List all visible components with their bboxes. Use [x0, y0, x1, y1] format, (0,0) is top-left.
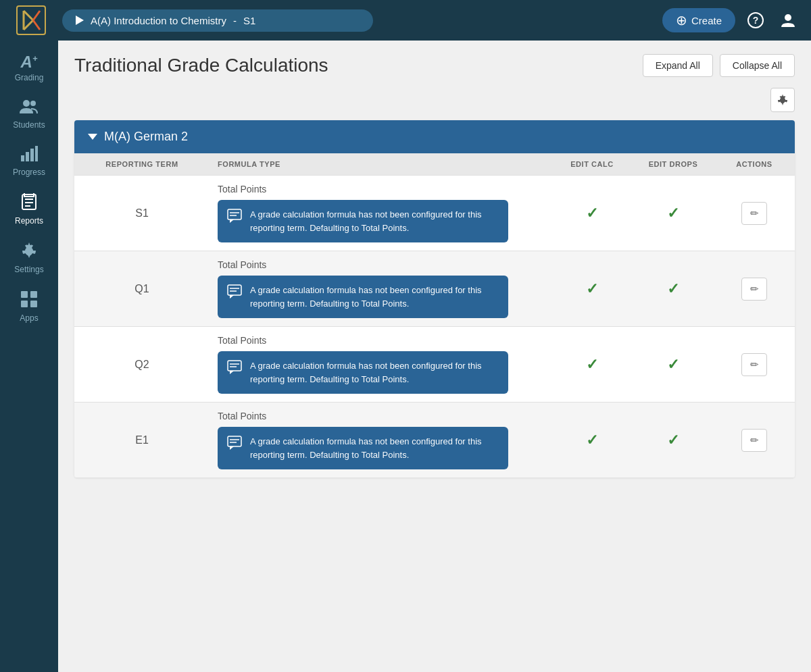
formula-cell: Total Points A grade calculation formula… [210, 251, 551, 327]
pencil-icon: ✏ [750, 359, 759, 371]
settings-label: Settings [14, 265, 43, 274]
section-card: M(A) German 2 Reporting Term Formula Typ… [74, 120, 795, 477]
grading-label: Grading [15, 73, 44, 82]
section-header[interactable]: M(A) German 2 [74, 120, 795, 153]
comment-icon [227, 284, 242, 303]
user-button[interactable] [776, 8, 800, 32]
create-button[interactable]: ⊕ Create [662, 8, 735, 32]
course-pill[interactable]: A(A) Introduction to Chemistry - S1 [62, 9, 373, 32]
svg-rect-27 [228, 285, 241, 295]
logo [16, 5, 46, 35]
header-actions: Expand All Collapse All [643, 54, 795, 77]
edit-button[interactable]: ✏ [741, 429, 767, 452]
reports-icon [21, 193, 37, 213]
grade-table: Reporting Term Formula Type Edit Calc Ed… [74, 153, 795, 477]
progress-label: Progress [13, 167, 45, 177]
edit-calc-cell: ✓ [551, 403, 633, 478]
comment-icon [227, 360, 242, 378]
table-row: S1 Total Points A grade calculation form… [74, 176, 795, 251]
course-name: A(A) Introduction to Chemistry [91, 15, 226, 26]
top-nav: A(A) Introduction to Chemistry - S1 ⊕ Cr… [0, 0, 811, 41]
course-term: S1 [243, 15, 255, 26]
svg-rect-10 [21, 155, 24, 161]
term-cell: Q1 [74, 251, 210, 327]
formula-cell: Total Points A grade calculation formula… [210, 176, 551, 251]
sidebar-item-reports[interactable]: Reports [0, 185, 58, 234]
col-formula-type: Formula Type [210, 153, 551, 176]
sidebar-item-settings[interactable]: Settings [0, 234, 58, 282]
main-layout: A+ Grading Students [0, 41, 811, 672]
svg-point-9 [30, 101, 36, 106]
sidebar-item-grading[interactable]: A+ Grading [0, 46, 58, 91]
collapse-all-button[interactable]: Collapse All [720, 54, 795, 77]
info-message: A grade calculation formula has not been… [250, 208, 499, 234]
pencil-icon: ✏ [750, 283, 759, 295]
edit-calc-cell: ✓ [551, 251, 633, 327]
sidebar-item-progress[interactable]: Progress [0, 138, 58, 185]
students-label: Students [13, 120, 45, 130]
col-actions: Actions [714, 153, 795, 176]
sidebar-item-apps[interactable]: Apps [0, 282, 58, 331]
grading-icon: A+ [21, 54, 38, 70]
pencil-icon: ✏ [750, 207, 759, 219]
info-box: A grade calculation formula has not been… [218, 276, 508, 318]
edit-button[interactable]: ✏ [741, 353, 767, 376]
term-cell: Q2 [74, 327, 210, 403]
svg-line-1 [24, 11, 33, 20]
sidebar: A+ Grading Students [0, 41, 58, 672]
edit-drops-cell: ✓ [633, 251, 714, 327]
formula-type-label: Total Points [218, 335, 543, 346]
table-row: Q1 Total Points A grade calculation form… [74, 251, 795, 327]
svg-point-8 [23, 100, 30, 107]
svg-rect-20 [30, 291, 37, 298]
create-label: Create [691, 15, 722, 26]
svg-rect-13 [35, 146, 38, 161]
svg-point-7 [785, 14, 791, 21]
edit-drops-cell: ✓ [633, 403, 714, 478]
edit-calc-check: ✓ [586, 205, 598, 222]
gear-button[interactable] [770, 88, 795, 112]
edit-calc-cell: ✓ [551, 327, 633, 403]
actions-cell: ✏ [714, 403, 795, 478]
svg-rect-19 [21, 291, 28, 298]
formula-type-label: Total Points [218, 184, 543, 195]
progress-icon [20, 146, 38, 165]
help-button[interactable]: ? [743, 8, 768, 32]
edit-drops-check: ✓ [667, 205, 679, 222]
edit-drops-cell: ✓ [633, 176, 714, 251]
comment-icon [227, 209, 242, 227]
formula-cell: Total Points A grade calculation formula… [210, 403, 551, 478]
svg-rect-22 [30, 301, 37, 307]
col-reporting-term: Reporting Term [74, 153, 210, 176]
apps-label: Apps [20, 313, 38, 323]
info-box: A grade calculation formula has not been… [218, 200, 508, 242]
table-row: Q2 Total Points A grade calculation form… [74, 327, 795, 403]
svg-rect-30 [228, 361, 241, 371]
comment-icon [227, 436, 242, 454]
content-area: Traditional Grade Calculations Expand Al… [58, 41, 811, 672]
edit-calc-check: ✓ [586, 432, 598, 448]
term-cell: S1 [74, 176, 210, 251]
svg-rect-11 [26, 152, 29, 161]
actions-cell: ✏ [714, 176, 795, 251]
svg-rect-12 [30, 149, 34, 161]
edit-drops-check: ✓ [667, 356, 679, 373]
svg-line-2 [24, 20, 33, 30]
section-title: M(A) German 2 [104, 130, 188, 144]
sidebar-item-students[interactable]: Students [0, 91, 58, 138]
svg-rect-21 [21, 301, 28, 307]
page-header: Traditional Grade Calculations Expand Al… [74, 54, 795, 77]
info-box: A grade calculation formula has not been… [218, 427, 508, 469]
play-icon [76, 16, 84, 25]
edit-drops-check: ✓ [667, 280, 679, 297]
svg-rect-33 [228, 436, 241, 446]
info-message: A grade calculation formula has not been… [250, 284, 499, 310]
table-header-row: Reporting Term Formula Type Edit Calc Ed… [74, 153, 795, 176]
edit-button[interactable]: ✏ [741, 202, 767, 225]
create-plus-icon: ⊕ [676, 14, 687, 27]
apps-icon [20, 290, 38, 311]
edit-button[interactable]: ✏ [741, 278, 767, 301]
expand-all-button[interactable]: Expand All [643, 54, 713, 77]
svg-line-4 [33, 20, 40, 30]
info-message: A grade calculation formula has not been… [250, 435, 499, 461]
